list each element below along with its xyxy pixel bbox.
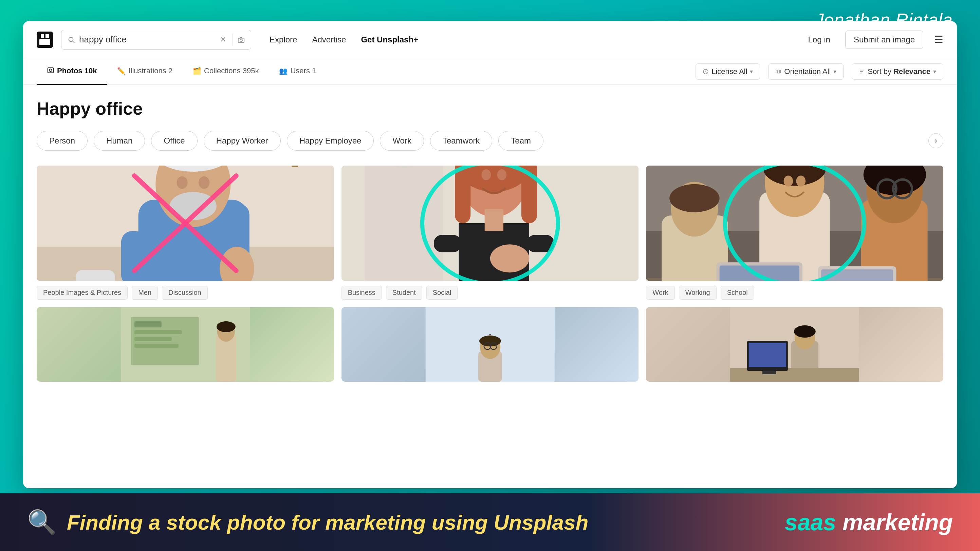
svg-rect-75 xyxy=(821,269,893,281)
tab-users[interactable]: 👥 Users 1 xyxy=(269,58,326,85)
search-bar[interactable]: happy office ✕ xyxy=(61,30,251,49)
svg-point-9 xyxy=(49,69,52,71)
tags-next-button[interactable]: › xyxy=(928,133,943,148)
subnav-tabs: Photos 10k ✏️ Illustrations 2 🗂️ Collect… xyxy=(37,58,695,85)
svg-rect-80 xyxy=(134,330,182,334)
collections-tab-icon: 🗂️ xyxy=(193,67,201,75)
svg-point-59 xyxy=(670,184,719,213)
svg-rect-11 xyxy=(776,70,781,73)
unsplash-logo[interactable] xyxy=(37,32,53,48)
tag-person[interactable]: Person xyxy=(37,131,88,151)
photo-2-tags: Business Student Social xyxy=(342,286,639,300)
photo-3-tag-3[interactable]: School xyxy=(721,286,754,300)
tab-photos[interactable]: Photos 10k xyxy=(37,58,107,85)
svg-rect-31 xyxy=(231,247,244,269)
photo-card-5[interactable] xyxy=(342,307,639,382)
svg-rect-50 xyxy=(527,235,554,252)
tags-row: Person Human Office Happy Worker Happy E… xyxy=(37,131,943,151)
svg-rect-81 xyxy=(134,337,172,341)
search-clear-button[interactable]: ✕ xyxy=(218,35,228,44)
svg-point-64 xyxy=(796,175,806,186)
tag-teamwork[interactable]: Teamwork xyxy=(430,131,492,151)
tag-happy-employee[interactable]: Happy Employee xyxy=(287,131,374,151)
photo-1-image xyxy=(37,165,334,281)
orientation-filter[interactable]: Orientation All ▾ xyxy=(768,64,843,80)
svg-rect-1 xyxy=(41,34,44,38)
svg-rect-52 xyxy=(484,210,503,232)
svg-point-26 xyxy=(177,176,188,189)
photo-3-tags: Work Working School xyxy=(646,286,943,300)
submit-image-button[interactable]: Submit an image xyxy=(845,30,923,49)
svg-point-47 xyxy=(481,169,491,180)
sort-filter[interactable]: Sort by Relevance ▾ xyxy=(852,64,943,80)
svg-rect-49 xyxy=(434,235,461,252)
license-filter-arrow: ▾ xyxy=(750,68,753,75)
sort-filter-arrow: ▾ xyxy=(933,68,936,75)
photo-card-2[interactable]: Business Student Social xyxy=(342,165,639,300)
tab-illustrations-label: Illustrations 2 xyxy=(128,67,172,75)
photo-6-image xyxy=(646,307,943,382)
search-icon xyxy=(68,36,75,43)
bottom-bar-text: Finding a stock photo for marketing usin… xyxy=(67,510,588,534)
photo-1-tag-3[interactable]: Discussion xyxy=(162,286,208,300)
tag-team[interactable]: Team xyxy=(498,131,544,151)
login-button[interactable]: Log in xyxy=(802,32,837,48)
tag-work[interactable]: Work xyxy=(380,131,424,151)
tag-office[interactable]: Office xyxy=(151,131,197,151)
svg-point-99 xyxy=(794,326,816,338)
svg-point-27 xyxy=(199,176,210,189)
orientation-filter-label: Orientation All xyxy=(784,67,830,76)
tag-human[interactable]: Human xyxy=(94,131,145,151)
svg-rect-79 xyxy=(134,321,162,327)
svg-rect-20 xyxy=(291,165,298,167)
tab-collections-label: Collections 395k xyxy=(204,67,259,75)
camera-search-button[interactable] xyxy=(232,33,245,46)
photo-card-1[interactable]: People Images & Pictures Men Discussion xyxy=(37,165,334,300)
photo-2-tag-2[interactable]: Student xyxy=(386,286,422,300)
svg-point-85 xyxy=(216,321,235,332)
orientation-filter-arrow: ▾ xyxy=(834,68,837,75)
tab-users-label: Users 1 xyxy=(290,67,316,75)
svg-rect-72 xyxy=(720,265,799,281)
subnav-filters: License All ▾ Orientation All ▾ Sort xyxy=(695,64,943,80)
svg-point-51 xyxy=(490,244,529,272)
svg-rect-33 xyxy=(76,270,115,281)
svg-rect-82 xyxy=(134,344,178,348)
photo-2-tag-1[interactable]: Business xyxy=(342,286,382,300)
photo-1-tag-2[interactable]: Men xyxy=(132,286,158,300)
illustrations-tab-icon: ✏️ xyxy=(117,67,126,75)
svg-point-28 xyxy=(170,192,216,220)
bottom-bar: 🔍 Finding a stock photo for marketing us… xyxy=(0,493,980,551)
page-title: Happy office xyxy=(37,98,943,119)
photo-1-tag-1[interactable]: People Images & Pictures xyxy=(37,286,127,300)
photo-3-tag-2[interactable]: Working xyxy=(679,286,717,300)
menu-button[interactable]: ☰ xyxy=(934,33,943,46)
photo-3-tag-1[interactable]: Work xyxy=(646,286,675,300)
tab-collections[interactable]: 🗂️ Collections 395k xyxy=(183,58,269,85)
svg-point-7 xyxy=(240,39,242,41)
tag-happy-worker[interactable]: Happy Worker xyxy=(204,131,281,151)
svg-rect-32 xyxy=(121,231,146,281)
photo-5-image xyxy=(342,307,639,382)
svg-rect-2 xyxy=(46,34,49,38)
svg-rect-8 xyxy=(48,68,54,73)
bottom-bar-icon: 🔍 xyxy=(27,508,57,536)
license-filter[interactable]: License All ▾ xyxy=(695,64,760,80)
photo-card-4[interactable] xyxy=(37,307,334,382)
photo-2-tag-3[interactable]: Social xyxy=(426,286,458,300)
photo-card-3[interactable]: Work Working School xyxy=(646,165,943,300)
license-filter-label: License All xyxy=(711,67,747,76)
svg-line-5 xyxy=(73,41,74,43)
subnav: Photos 10k ✏️ Illustrations 2 🗂️ Collect… xyxy=(23,58,957,85)
photo-card-6[interactable] xyxy=(646,307,943,382)
svg-rect-46 xyxy=(522,165,537,223)
photo-grid-row2 xyxy=(37,307,943,382)
tab-illustrations[interactable]: ✏️ Illustrations 2 xyxy=(107,58,183,85)
nav-advertise[interactable]: Advertise xyxy=(312,35,346,44)
photo-grid-row1: People Images & Pictures Men Discussion xyxy=(37,165,943,300)
nav-get-unsplash-plus[interactable]: Get Unsplash+ xyxy=(361,35,418,44)
photos-tab-icon xyxy=(47,67,54,76)
search-input[interactable]: happy office xyxy=(79,34,218,45)
photo-3-image xyxy=(646,165,943,281)
nav-explore[interactable]: Explore xyxy=(269,35,297,44)
